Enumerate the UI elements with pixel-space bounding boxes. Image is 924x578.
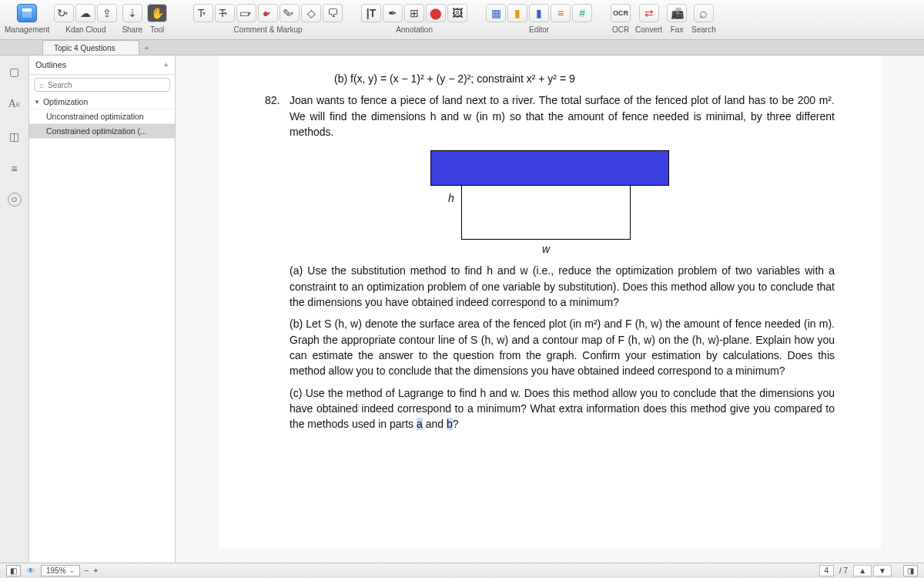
group-label: Management xyxy=(5,25,49,34)
search-icon: ⌕ xyxy=(39,80,45,89)
sidebar-toggle-icon[interactable]: ◧ xyxy=(6,565,21,576)
outline-label: Constrained optimization (... xyxy=(46,126,147,136)
text-icon[interactable]: T▾ xyxy=(193,4,213,22)
outline-node-optimization[interactable]: ▼ Optimization xyxy=(29,95,175,109)
page-up-button[interactable]: ▲ xyxy=(853,565,872,576)
outline-sidebar: Outlines + ⌕ ▼ Optimization Unconstraine… xyxy=(29,55,176,563)
top-toolbar: Management ↻▾ ☁ ⇪ Kdan Cloud ⇣ Share ✋ T… xyxy=(0,0,924,40)
text-strike-icon[interactable]: T▾ xyxy=(215,4,235,22)
group-label: Tool xyxy=(150,25,164,34)
part-text: Use the substitution method to find h an… xyxy=(290,264,835,308)
document-tabs: Topic 4 Questions + xyxy=(0,40,924,55)
upload-icon[interactable]: ⇪ xyxy=(97,4,117,22)
group-label: Share xyxy=(122,25,142,34)
search-icon[interactable]: ⌕ xyxy=(694,4,714,22)
search-input[interactable] xyxy=(48,81,165,89)
group-label: OCR xyxy=(612,25,629,34)
sidebar-title: Outlines xyxy=(35,60,66,69)
page-down-button[interactable]: ▼ xyxy=(873,565,892,576)
group-label: Search xyxy=(691,25,716,34)
part-text: Let S (h, w) denote the surface area of … xyxy=(290,318,835,377)
cloud-sync-icon[interactable]: ↻▾ xyxy=(54,4,74,22)
group-ocr: OCR OCR xyxy=(611,2,631,34)
thumbnail-icon[interactable]: ▢ xyxy=(6,63,23,80)
link-a[interactable]: a xyxy=(417,418,423,430)
river-rect xyxy=(430,150,669,186)
group-label: Annotation xyxy=(396,25,433,34)
link-b[interactable]: b xyxy=(447,418,453,430)
file-blue-icon[interactable]: ▮ xyxy=(529,4,549,22)
part-label: (c) xyxy=(290,387,302,399)
fence-diagram: h w xyxy=(430,150,669,257)
cloud-icon[interactable]: ☁ xyxy=(75,4,95,22)
grid-icon[interactable]: ▦ xyxy=(486,4,506,22)
group-annotation: |T ✒ ⊞ ⬤ 🖼 Annotation xyxy=(361,2,467,34)
outline-icon[interactable]: ≡ xyxy=(6,160,23,177)
group-label: Kdan Cloud xyxy=(65,25,105,34)
group-search: ⌕ Search xyxy=(691,2,716,34)
circle-icon[interactable]: ●▾ xyxy=(258,4,278,22)
rect-icon[interactable]: ▭▾ xyxy=(236,4,256,22)
part-label: (b) xyxy=(290,318,303,330)
group-share: ⇣ Share xyxy=(122,2,142,34)
part-label: (a) xyxy=(290,264,303,277)
zoom-in-button[interactable]: + xyxy=(93,566,98,575)
group-label: Fax xyxy=(671,25,684,34)
panel-icon[interactable]: ◫ xyxy=(6,128,23,145)
ocr-icon[interactable]: OCR xyxy=(611,4,631,22)
add-outline-button[interactable]: + xyxy=(164,60,169,69)
sign-icon[interactable]: ✒ xyxy=(383,4,403,22)
question-number: 82. xyxy=(265,92,286,108)
group-fax: 📠 Fax xyxy=(667,2,687,34)
group-kdan-cloud: ↻▾ ☁ ⇪ Kdan Cloud xyxy=(54,2,117,34)
group-label: Convert xyxy=(635,25,662,34)
stamp-icon[interactable]: ⬤ xyxy=(426,4,446,22)
part-c: (c) Use the method of Lagrange to find h… xyxy=(290,385,835,432)
fax-icon[interactable]: 📠 xyxy=(667,4,687,22)
ocr-panel-icon[interactable]: O xyxy=(8,193,22,207)
note-icon[interactable]: 🗨 xyxy=(323,4,343,22)
zoom-out-button[interactable]: − xyxy=(85,566,89,575)
textbox-icon[interactable]: |T xyxy=(361,4,381,22)
form-icon[interactable]: ⊞ xyxy=(404,4,424,22)
hand-tool-icon[interactable]: ✋ xyxy=(147,4,167,22)
document-viewport[interactable]: (b) f(x, y) = (x − 1)² + (y − 2)²; const… xyxy=(176,55,924,563)
part-b: (b) Let S (h, w) denote the surface area… xyxy=(290,316,835,378)
status-bar: ◧ 👁 195% ⌄ − + 4 / 7 ▲ ▼ ◨ xyxy=(0,563,924,578)
image-icon[interactable]: 🖼 xyxy=(447,4,467,22)
group-label: Comment & Markup xyxy=(234,25,303,34)
pencil-icon[interactable]: ✎▾ xyxy=(280,4,300,22)
share-icon[interactable]: ⇣ xyxy=(122,4,142,22)
land-rect: h xyxy=(461,186,631,240)
app-icon[interactable] xyxy=(17,4,37,22)
view-mode-icon[interactable]: 👁 xyxy=(27,566,35,575)
svg-rect-1 xyxy=(22,8,32,12)
convert-icon[interactable]: ⇄ xyxy=(639,4,659,22)
group-management: Management xyxy=(5,2,49,34)
right-panel-toggle-icon[interactable]: ◨ xyxy=(903,565,918,576)
tab-label: Topic 4 Questions xyxy=(54,44,116,52)
label-w: w xyxy=(461,241,631,257)
group-label: Editor xyxy=(529,25,549,34)
eraser-icon[interactable]: ◇ xyxy=(301,4,321,22)
file-yellow-icon[interactable]: ▮ xyxy=(507,4,527,22)
zoom-control[interactable]: 195% ⌄ xyxy=(41,565,80,576)
outline-label: Optimization xyxy=(43,97,88,106)
outline-node-unconstrained[interactable]: Unconstrained optimization xyxy=(29,109,175,124)
question-text: Joan wants to fence a piece of land next… xyxy=(290,92,835,139)
outline-search[interactable]: ⌕ xyxy=(34,78,170,92)
hash-icon[interactable]: # xyxy=(572,4,592,22)
prev-item-b: (b) f(x, y) = (x − 1)² + (y − 2)²; const… xyxy=(334,71,835,86)
outline-node-constrained[interactable]: Constrained optimization (... xyxy=(29,124,175,139)
page: (b) f(x, y) = (x − 1)² + (y − 2)²; const… xyxy=(219,55,881,549)
chevron-down-icon: ▼ xyxy=(34,99,40,106)
group-comment-markup: T▾ T▾ ▭▾ ●▾ ✎▾ ◇ 🗨 Comment & Markup xyxy=(193,2,343,34)
tab-topic4[interactable]: Topic 4 Questions xyxy=(42,40,139,55)
label-h: h xyxy=(448,190,454,206)
list-icon[interactable]: ≡ xyxy=(551,4,571,22)
add-tab-button[interactable]: + xyxy=(139,40,155,55)
part-text: Use the method of Lagrange to find h and… xyxy=(290,387,835,431)
text-a-icon[interactable]: AE xyxy=(6,96,23,113)
left-rail: ▢ AE ◫ ≡ O xyxy=(0,55,29,563)
page-current[interactable]: 4 xyxy=(819,565,835,576)
